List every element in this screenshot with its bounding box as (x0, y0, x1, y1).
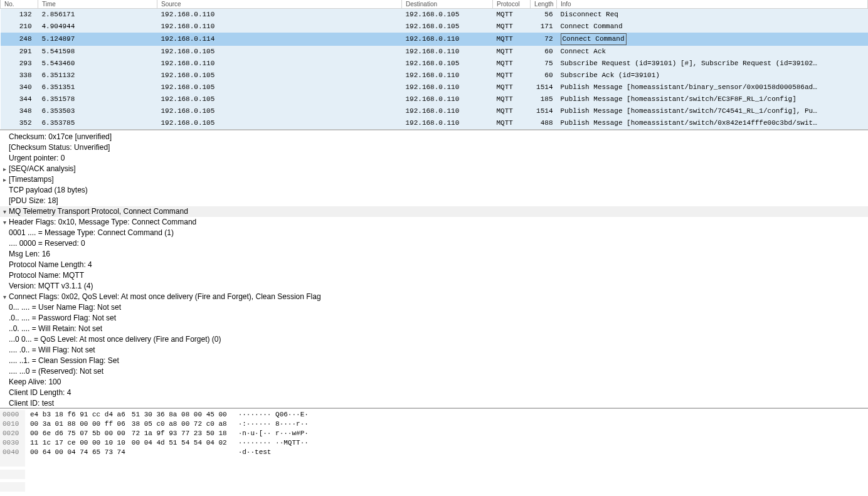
cell-length: 60 (531, 46, 557, 58)
tree-item[interactable]: Version: MQTT v3.1.1 (4) (0, 281, 868, 292)
tree-item[interactable]: Keep Alive: 100 (0, 377, 868, 388)
packet-table-header-row[interactable]: No. Time Source Destination Protocol Len… (1, 0, 868, 9)
col-protocol[interactable]: Protocol (493, 0, 531, 9)
tree-item[interactable]: ...0 0... = QoS Level: At most once deli… (0, 334, 868, 345)
tree-item[interactable]: [Checksum Status: Unverified] (0, 142, 868, 153)
col-source[interactable]: Source (157, 0, 402, 9)
tree-item[interactable]: 0... .... = User Name Flag: Not set (0, 302, 868, 313)
tree-item-label: [Timestamps] (9, 175, 54, 184)
table-row[interactable]: 2915.541598192.168.0.105192.168.0.110MQT… (1, 46, 868, 58)
table-row[interactable]: 2104.904944192.168.0.110192.168.0.105MQT… (1, 21, 868, 33)
table-row[interactable]: 2485.124897192.168.0.114192.168.0.110MQT… (1, 33, 868, 46)
cell-length: 60 (531, 70, 557, 82)
tree-item[interactable]: Checksum: 0x17ce [unverified] (0, 132, 868, 142)
col-no[interactable]: No. (1, 0, 38, 9)
cell-no: 352 (1, 117, 38, 129)
table-row[interactable]: 3406.351351192.168.0.105192.168.0.110MQT… (1, 82, 868, 93)
cell-info: Subscribe Ack (id=39101) (557, 70, 868, 82)
tree-item-label: [Checksum Status: Unverified] (9, 143, 110, 152)
tree-item[interactable]: Client ID Length: 4 (0, 388, 868, 398)
cell-length: 72 (531, 33, 557, 46)
col-length[interactable]: Length (531, 0, 557, 9)
tree-item[interactable]: ▾Connect Flags: 0x02, QoS Level: At most… (0, 292, 868, 302)
packet-list-pane: No. Time Source Destination Protocol Len… (0, 0, 868, 130)
expand-right-icon[interactable]: ▸ (0, 176, 9, 183)
table-row[interactable]: 3386.351132192.168.0.105192.168.0.110MQT… (1, 70, 868, 82)
cell-destination: 192.168.0.110 (402, 46, 493, 58)
tree-item[interactable]: .... ..1. = Clean Session Flag: Set (0, 356, 868, 366)
tree-item[interactable]: .... ...0 = (Reserved): Not set (0, 366, 868, 377)
cell-protocol: MQTT (493, 117, 531, 129)
tree-item-label: .... ...0 = (Reserved): Not set (9, 367, 103, 376)
expand-down-icon[interactable]: ▾ (0, 208, 9, 215)
tree-item[interactable]: .... 0000 = Reserved: 0 (0, 238, 868, 249)
hex-ascii: ········ Q06···E· (227, 410, 309, 419)
table-row[interactable]: 3486.353503192.168.0.105192.168.0.110MQT… (1, 105, 868, 117)
tree-item[interactable]: [PDU Size: 18] (0, 196, 868, 206)
hex-bytes: 00 6e d6 75 07 5b 00 00 (25, 429, 125, 438)
packet-details-pane[interactable]: Checksum: 0x17ce [unverified][Checksum S… (0, 130, 868, 408)
expand-down-icon[interactable]: ▾ (0, 293, 9, 300)
col-info[interactable]: Info (557, 0, 868, 9)
cell-length: 185 (531, 93, 557, 105)
hex-row[interactable]: 001000 3a 01 88 00 00 ff 0638 05 c0 a8 0… (0, 419, 868, 429)
hex-bytes: 11 1c 17 ce 00 00 10 10 (25, 438, 125, 448)
cell-protocol: MQTT (493, 46, 531, 58)
table-row[interactable]: 2935.543460192.168.0.110192.168.0.105MQT… (1, 58, 868, 70)
col-destination[interactable]: Destination (402, 0, 493, 9)
tree-item[interactable]: 0001 .... = Message Type: Connect Comman… (0, 228, 868, 238)
hex-ascii: ········ ··MQTT·· (227, 438, 309, 448)
hex-bytes: 00 04 4d 51 54 54 04 02 (125, 438, 227, 448)
tree-item-label: Header Flags: 0x10, Message Type: Connec… (9, 218, 196, 226)
cell-info: Publish Message [homeassistant/binary_se… (557, 82, 868, 93)
tree-item[interactable]: Protocol Name: MQTT (0, 270, 868, 281)
hex-row[interactable]: 003011 1c 17 ce 00 00 10 1000 04 4d 51 5… (0, 438, 868, 448)
tree-item[interactable]: ▾MQ Telemetry Transport Protocol, Connec… (0, 206, 868, 217)
tree-item[interactable]: ..0. .... = Will Retain: Not set (0, 324, 868, 334)
cell-no: 293 (1, 58, 38, 70)
cell-source: 192.168.0.110 (157, 9, 402, 21)
table-row[interactable]: 3526.353785192.168.0.105192.168.0.110MQT… (1, 117, 868, 129)
cell-destination: 192.168.0.105 (402, 21, 493, 33)
hex-row[interactable]: 0000e4 b3 18 f6 91 cc d4 a651 30 36 8a 0… (0, 410, 868, 419)
tree-item-label: [PDU Size: 18] (9, 196, 58, 205)
packet-bytes-pane[interactable]: 0000e4 b3 18 f6 91 cc d4 a651 30 36 8a 0… (0, 408, 868, 496)
expand-right-icon[interactable]: ▸ (0, 166, 9, 172)
tree-item[interactable]: .0.. .... = Password Flag: Not set (0, 313, 868, 324)
tree-item-label: Msg Len: 16 (9, 250, 50, 258)
cell-destination: 192.168.0.110 (402, 105, 493, 117)
cell-info: Connect Ack (557, 46, 868, 58)
tree-item[interactable]: Urgent pointer: 0 (0, 153, 868, 164)
hex-offset-pad (0, 482, 25, 492)
cell-time: 6.351132 (38, 70, 157, 82)
col-time[interactable]: Time (38, 0, 157, 9)
hex-ascii: ·n·u·[·· r···w#P· (227, 429, 309, 438)
expand-down-icon[interactable]: ▾ (0, 219, 9, 226)
cell-no: 348 (1, 105, 38, 117)
tree-item[interactable]: Client ID: test (0, 398, 868, 408)
cell-length: 171 (531, 21, 557, 33)
tree-item[interactable]: ▾Header Flags: 0x10, Message Type: Conne… (0, 217, 868, 228)
hex-bytes: 38 05 c0 a8 00 72 c0 a8 (125, 419, 227, 429)
packet-table[interactable]: No. Time Source Destination Protocol Len… (0, 0, 868, 129)
tree-item-label: Version: MQTT v3.1.1 (4) (9, 282, 93, 290)
hex-row[interactable]: 004000 64 00 04 74 65 73 74 ·d··test (0, 448, 868, 457)
hex-offset: 0030 (0, 438, 25, 448)
table-row[interactable]: 1322.856171192.168.0.110192.168.0.105MQT… (1, 9, 868, 21)
tree-item[interactable]: ▸[Timestamps] (0, 174, 868, 185)
tree-item[interactable]: Protocol Name Length: 4 (0, 260, 868, 270)
hex-offset: 0010 (0, 419, 25, 429)
tree-item[interactable]: Msg Len: 16 (0, 249, 868, 260)
tree-item-label: Client ID Length: 4 (9, 388, 71, 397)
hex-row-empty (0, 482, 868, 495)
cell-source: 192.168.0.114 (157, 33, 402, 46)
cell-info: Publish Message [homeassistant/switch/EC… (557, 93, 868, 105)
tree-item-label: .... 0000 = Reserved: 0 (9, 239, 85, 248)
hex-row[interactable]: 002000 6e d6 75 07 5b 00 0072 1a 9f 93 7… (0, 429, 868, 438)
tree-item[interactable]: .... .0.. = Will Flag: Not set (0, 345, 868, 356)
tree-item[interactable]: TCP payload (18 bytes) (0, 185, 868, 196)
tree-item[interactable]: ▸[SEQ/ACK analysis] (0, 164, 868, 174)
tree-item-label: Keep Alive: 100 (9, 377, 61, 386)
table-row[interactable]: 3446.351578192.168.0.105192.168.0.110MQT… (1, 93, 868, 105)
tree-item-label: 0001 .... = Message Type: Connect Comman… (9, 228, 174, 237)
